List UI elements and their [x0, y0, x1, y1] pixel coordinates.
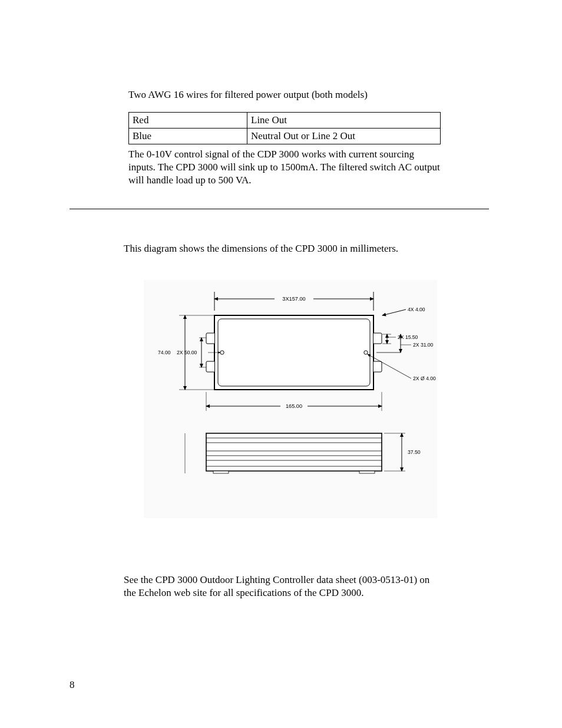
page-number: 8 — [70, 678, 75, 691]
wire-desc-cell: Line Out — [247, 113, 441, 129]
description-paragraph: The 0-10V control signal of the CDP 3000… — [128, 148, 441, 187]
document-page: Two AWG 16 wires for filtered power outp… — [0, 0, 562, 728]
wire-color-cell: Red — [129, 113, 247, 129]
dim-label-2x31: 2X 31.00 — [413, 342, 434, 348]
dim-label-165: 165.00 — [286, 403, 302, 409]
content-area: Two AWG 16 wires for filtered power outp… — [128, 88, 441, 599]
wire-table: Red Line Out Blue Neutral Out or Line 2 … — [128, 112, 441, 144]
intro-text: Two AWG 16 wires for filtered power outp… — [128, 88, 441, 101]
dim-label-74: 74.00 — [158, 350, 171, 355]
dim-label-2x50: 2X 50.00 — [177, 350, 197, 355]
wire-desc-cell: Neutral Out or Line 2 Out — [247, 129, 441, 144]
svg-rect-38 — [359, 471, 375, 473]
section-separator — [70, 209, 489, 209]
reference-text: See the CPD 3000 Outdoor Lighting Contro… — [124, 574, 441, 599]
svg-rect-1 — [218, 319, 370, 386]
table-row: Red Line Out — [129, 113, 441, 129]
dim-label-37-5: 37.50 — [408, 449, 421, 455]
dim-label-4x4: 4X 4.00 — [408, 307, 425, 312]
diagram-svg: 3X157.00 4X 4.00 2X 15.50 2X 31.00 — [144, 280, 437, 518]
svg-point-2 — [220, 350, 224, 354]
svg-point-3 — [364, 350, 368, 354]
dim-label-2x-dia4: 2X Ø 4.00 — [413, 375, 436, 381]
table-row: Blue Neutral Out or Line 2 Out — [129, 129, 441, 144]
svg-line-8 — [382, 309, 406, 315]
svg-rect-30 — [206, 433, 382, 471]
dim-label-3x157: 3X157.00 — [282, 296, 305, 302]
dimensions-intro: This diagram shows the dimensions of the… — [124, 242, 441, 255]
wire-color-cell: Blue — [129, 129, 247, 144]
svg-rect-37 — [213, 471, 229, 473]
dimensions-diagram: 3X157.00 4X 4.00 2X 15.50 2X 31.00 — [144, 280, 437, 518]
